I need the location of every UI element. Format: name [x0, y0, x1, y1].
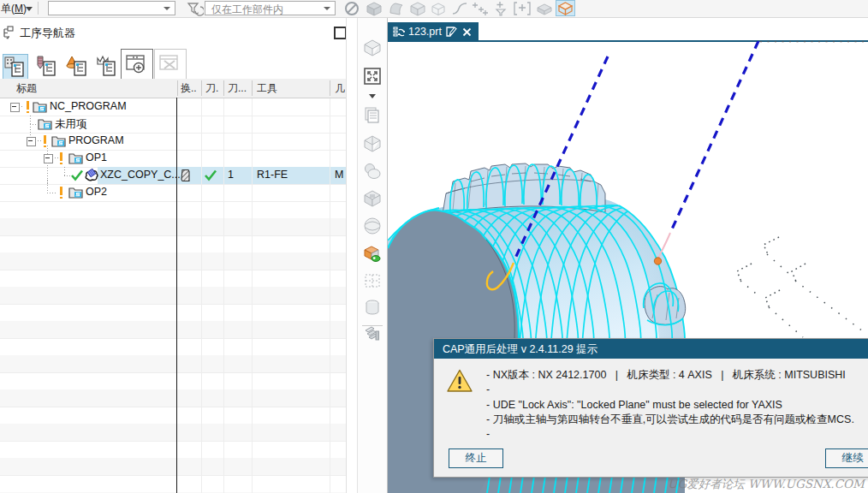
column-header-path[interactable]: 刀.	[205, 81, 218, 96]
part-tab[interactable]: 123.prt	[388, 22, 479, 41]
check-icon	[204, 169, 217, 181]
column-header-toolnumber[interactable]: 刀...	[228, 81, 247, 96]
machine-tool-view-button[interactable]	[33, 54, 57, 78]
abort-button[interactable]: 终止	[449, 448, 503, 468]
layer-copy-icon[interactable]	[362, 105, 383, 126]
tree-row-label[interactable]: OP1	[86, 151, 107, 163]
collapse-toggle[interactable]	[10, 103, 20, 112]
cylinder-tool-icon[interactable]	[362, 297, 383, 318]
column-line	[330, 98, 330, 493]
program-group-folder-icon	[68, 186, 83, 199]
graphics-viewport[interactable]: 123.prt	[388, 18, 868, 493]
grid-plane-icon[interactable]	[362, 270, 383, 291]
panel-title: 工序导航器	[20, 26, 75, 41]
shaded-cube-icon	[556, 1, 574, 15]
program-order-view-button[interactable]	[3, 54, 28, 80]
check-icon	[70, 169, 84, 181]
reset-filter-icon[interactable]	[187, 2, 204, 16]
sheet-stack-icon[interactable]	[362, 324, 383, 344]
collapse-toggle[interactable]	[27, 137, 36, 146]
column-header-title[interactable]: 标题	[16, 81, 37, 96]
collapse-toggle[interactable]	[44, 154, 53, 163]
warning-exclamation-icon	[60, 152, 62, 161]
close-icon[interactable]	[462, 27, 472, 37]
snap-point-filter-icon[interactable]	[491, 1, 510, 16]
menu-button[interactable]: 单(M)	[1, 2, 27, 16]
warning-exclamation-icon	[44, 135, 46, 144]
view-toolbar	[357, 18, 388, 493]
toolbar-separator	[362, 325, 383, 326]
empty-row	[0, 458, 346, 476]
no-selection-filter-icon[interactable]	[342, 1, 361, 16]
tree-row-xzc-copy[interactable]: XZC_COPY_C... 1 R1-FE M	[0, 167, 346, 185]
tree-row-label[interactable]: 未用项	[55, 117, 87, 132]
empty-row	[0, 338, 346, 356]
dropdown-arrow-icon[interactable]	[362, 86, 383, 106]
geometry-view-button[interactable]	[64, 54, 88, 78]
tree-row-label[interactable]: NC_PROGRAM	[50, 100, 127, 112]
menu-caret-icon	[26, 7, 33, 11]
empty-row	[0, 287, 346, 305]
tree-row-op1[interactable]: OP1	[0, 150, 346, 168]
machining-method-view-icon	[95, 54, 119, 78]
shaded-mode-button[interactable]	[556, 0, 575, 16]
continue-button[interactable]: 继续	[825, 448, 868, 468]
program-order-view-icon	[3, 55, 27, 79]
empty-row	[0, 355, 346, 373]
stop-icon	[155, 50, 184, 79]
tree-row-label[interactable]: XZC_COPY_C...	[100, 169, 181, 181]
machining-method-view-button[interactable]	[95, 54, 119, 78]
tree-row-label[interactable]: PROGRAM	[68, 134, 124, 146]
tree-row-unused[interactable]: 未用项	[0, 116, 346, 134]
curve-filter-icon[interactable]	[450, 1, 469, 16]
enable-snap-point-icon[interactable]	[513, 1, 532, 16]
datum-filter-icon[interactable]	[535, 1, 554, 16]
selection-scope-combo[interactable]: 仅在工作部件内	[205, 1, 336, 15]
empty-row	[0, 407, 346, 425]
edge-filter-icon[interactable]	[429, 1, 448, 16]
machine-model-icon[interactable]	[362, 243, 383, 264]
fit-view-icon[interactable]	[362, 66, 383, 86]
iso-cube-icon[interactable]	[362, 38, 383, 58]
cube-cavity-icon[interactable]	[362, 188, 383, 209]
column-splitter[interactable]	[176, 98, 177, 493]
top-menu-bar: 单(M) 仅在工作部件内	[0, 0, 868, 18]
dialog-title: CAP通用后处理 v 2.4.11.29 提示	[443, 342, 597, 357]
unite-body-icon[interactable]	[362, 161, 383, 181]
column-header-toolchange[interactable]: 换..	[181, 81, 197, 96]
find-object-button[interactable]	[121, 49, 153, 81]
tree-row-program[interactable]: PROGRAM	[0, 133, 346, 151]
tree-row-op2[interactable]: OP2	[0, 184, 346, 202]
dialog-title-bar[interactable]: CAP通用后处理 v 2.4.11.29 提示	[434, 339, 868, 359]
empty-row	[0, 235, 346, 253]
modified-icon	[445, 26, 457, 38]
part-sync-icon	[392, 26, 405, 39]
column-header-tool[interactable]: 工具	[257, 81, 277, 96]
warning-exclamation-icon	[60, 187, 62, 195]
operation-navigator-panel: 工序导航器	[0, 18, 346, 493]
face-filter-icon[interactable]	[387, 1, 406, 16]
tree-row-nc-program[interactable]: NC_PROGRAM	[0, 98, 346, 116]
empty-row	[0, 304, 346, 322]
tool-axis-dashed-2	[670, 41, 758, 233]
tree-row-label[interactable]: OP2	[86, 186, 107, 198]
tool-number-cell: 1	[228, 169, 234, 181]
program-group-folder-icon	[68, 151, 83, 164]
empty-row	[0, 475, 346, 493]
program-group-folder-icon	[51, 134, 66, 147]
point-filter-icon[interactable]	[470, 1, 489, 16]
tool-name-cell: R1-FE	[257, 169, 288, 181]
iso-cube-2-icon[interactable]	[362, 134, 383, 154]
postprocess-warning-dialog: CAP通用后处理 v 2.4.11.29 提示 - NX版本 : NX 2412…	[433, 338, 868, 478]
program-group-folder-icon	[38, 117, 52, 130]
maximize-panel-button[interactable]	[334, 27, 347, 39]
body-filter-icon[interactable]	[408, 1, 427, 16]
selection-type-filter-combo[interactable]	[48, 1, 175, 15]
solid-body-filter-icon[interactable]	[365, 1, 383, 16]
column-line	[252, 98, 253, 493]
column-header-geometry[interactable]: 几	[335, 81, 345, 96]
machine-tool-view-icon	[33, 54, 57, 78]
find-object-icon	[122, 50, 151, 79]
program-group-folder-icon	[33, 100, 47, 113]
sphere-globe-icon[interactable]	[362, 216, 383, 236]
